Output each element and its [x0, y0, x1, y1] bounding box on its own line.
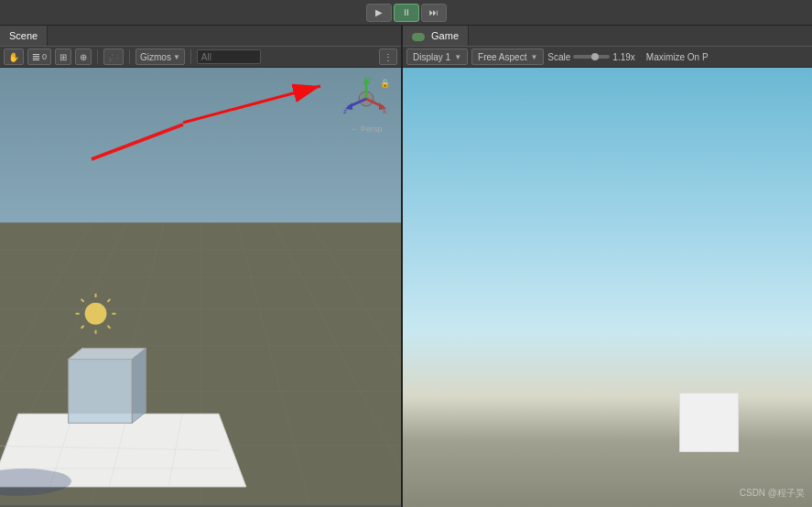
display-dropdown-arrow: ▼ — [454, 53, 461, 61]
toolbar-divider-3 — [190, 49, 191, 64]
watermark: CSDN @程子昊 — [740, 487, 805, 500]
toolbar-divider-2 — [129, 49, 130, 64]
game-tab-bar: Game — [403, 26, 812, 46]
top-toolbar: ▶ ⏸ ⏭ — [0, 0, 812, 26]
scale-control: Scale 1.19x — [547, 52, 634, 62]
svg-marker-25 — [132, 349, 146, 424]
game-sky — [403, 68, 812, 507]
svg-point-26 — [85, 303, 107, 325]
aspect-dropdown[interactable]: Free Aspect ▼ — [471, 49, 544, 65]
toolbar-divider-1 — [97, 49, 98, 64]
scene-panel: Scene ✋ 𝌆0 ⊞ ⊕ 🎥 Gizmos ▼ ⋮ — [0, 26, 403, 507]
scale-thumb — [591, 53, 599, 60]
game-cube — [679, 393, 739, 452]
scene-search-input[interactable] — [197, 49, 261, 64]
tab-game[interactable]: Game — [403, 26, 469, 46]
scene-tab-bar: Scene — [0, 26, 401, 46]
gizmo-widget: y x z ← Persp 🔒 — [339, 75, 394, 139]
transform-toggle[interactable]: 𝌆0 — [27, 49, 51, 65]
maximize-label: Maximize On P — [646, 52, 709, 62]
scene-toolbar: ✋ 𝌆0 ⊞ ⊕ 🎥 Gizmos ▼ ⋮ — [0, 46, 401, 68]
game-toolbar: Display 1 ▼ Free Aspect ▼ Scale 1.19x Ma… — [403, 46, 812, 68]
pause-button[interactable]: ⏸ — [394, 4, 419, 22]
gizmos-button[interactable]: Gizmos ▼ — [135, 49, 185, 65]
hand-tool-button[interactable]: ✋ — [4, 49, 24, 65]
play-button[interactable]: ▶ — [366, 4, 392, 22]
step-button[interactable]: ⏭ — [421, 4, 447, 22]
grid-tool-button[interactable]: ⊞ — [55, 49, 71, 65]
svg-text:x: x — [383, 107, 386, 115]
transform-mode-button[interactable]: ⊕ — [75, 49, 92, 65]
aspect-dropdown-arrow: ▼ — [530, 53, 537, 61]
svg-text:y: y — [368, 75, 372, 82]
more-button[interactable]: ⋮ — [379, 49, 397, 65]
panels-container: Scene ✋ 𝌆0 ⊞ ⊕ 🎥 Gizmos ▼ ⋮ — [0, 26, 812, 507]
game-panel: Game Display 1 ▼ Free Aspect ▼ Scale 1.1… — [403, 26, 812, 507]
svg-rect-23 — [69, 360, 133, 424]
persp-label: ← Persp — [350, 124, 382, 134]
tab-scene[interactable]: Scene — [0, 26, 48, 46]
scale-slider[interactable] — [573, 55, 610, 59]
play-controls: ▶ ⏸ ⏭ — [366, 4, 447, 22]
gizmo-lock-icon: 🔒 — [380, 79, 390, 88]
game-viewport: CSDN @程子昊 — [403, 68, 812, 507]
scene-viewport: y x z ← Persp 🔒 — [0, 68, 401, 507]
camera-button[interactable]: 🎥 — [103, 49, 124, 65]
display-dropdown[interactable]: Display 1 ▼ — [406, 49, 468, 65]
svg-text:z: z — [343, 107, 347, 115]
